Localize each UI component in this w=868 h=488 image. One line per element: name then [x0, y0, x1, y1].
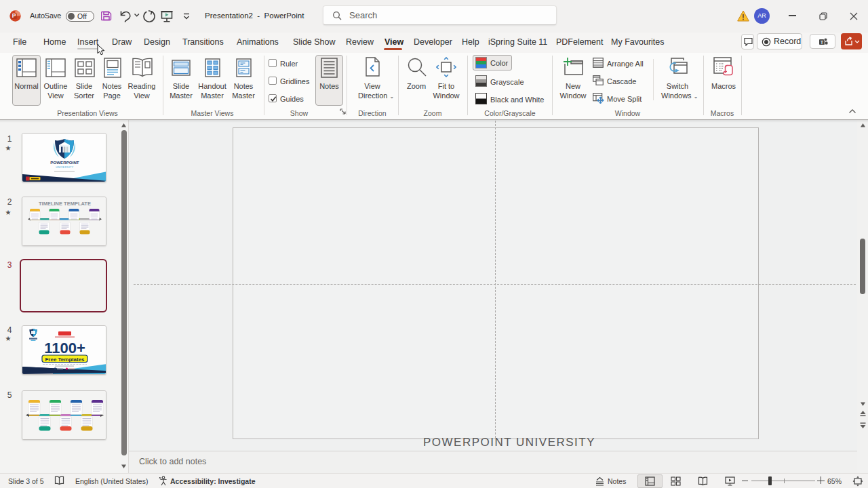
- svg-text:Free Templates: Free Templates: [45, 357, 85, 363]
- svg-text:TIMELINE TEMPLATE: TIMELINE TEMPLATE: [39, 201, 91, 207]
- svg-text:1100+: 1100+: [44, 340, 85, 357]
- svg-text:T: T: [821, 40, 823, 45]
- svg-text:P: P: [12, 12, 16, 19]
- svg-text:UNIVERSITY: UNIVERSITY: [56, 166, 74, 169]
- svg-text:POWERPOINT: POWERPOINT: [50, 160, 79, 165]
